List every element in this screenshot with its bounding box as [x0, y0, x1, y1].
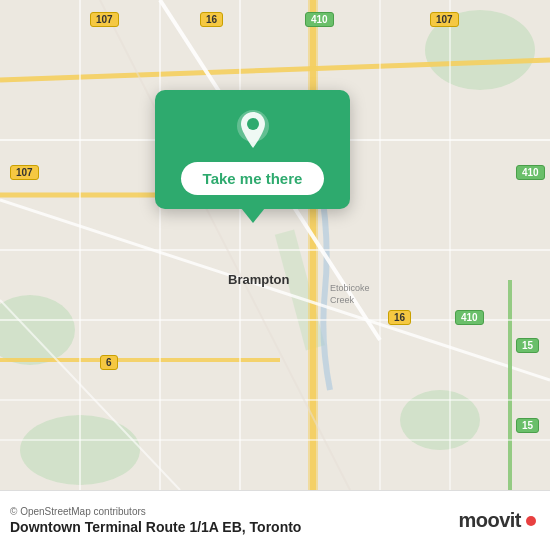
brampton-label: Brampton: [228, 272, 289, 287]
moovit-dot-icon: [526, 516, 536, 526]
location-pin-icon: [231, 108, 275, 152]
popup-card: Take me there: [155, 90, 350, 209]
badge-15-2: 15: [516, 418, 539, 433]
take-me-there-button[interactable]: Take me there: [181, 162, 325, 195]
badge-107-1: 107: [90, 12, 119, 27]
badge-107-3: 107: [10, 165, 39, 180]
badge-107-2: 107: [430, 12, 459, 27]
moovit-logo: moovit: [458, 509, 536, 532]
badge-6: 6: [100, 355, 118, 370]
location-name: Downtown Terminal Route 1/1A EB, Toronto: [10, 519, 301, 535]
badge-410-1: 410: [305, 12, 334, 27]
creek-label: EtobicokeCreek: [330, 283, 370, 306]
badge-15-1: 15: [516, 338, 539, 353]
bottom-bar: © OpenStreetMap contributors Downtown Te…: [0, 490, 550, 550]
copyright-text: © OpenStreetMap contributors: [10, 506, 301, 517]
badge-16-2: 16: [388, 310, 411, 325]
bottom-info: © OpenStreetMap contributors Downtown Te…: [10, 506, 301, 535]
badge-16-1: 16: [200, 12, 223, 27]
moovit-wordmark: moovit: [458, 509, 521, 532]
badge-410-2: 410: [516, 165, 545, 180]
map-container: 107 107 107 410 410 410 16 16 6 15 15 Br…: [0, 0, 550, 490]
map-svg: [0, 0, 550, 490]
svg-point-27: [247, 118, 259, 130]
badge-410-3: 410: [455, 310, 484, 325]
